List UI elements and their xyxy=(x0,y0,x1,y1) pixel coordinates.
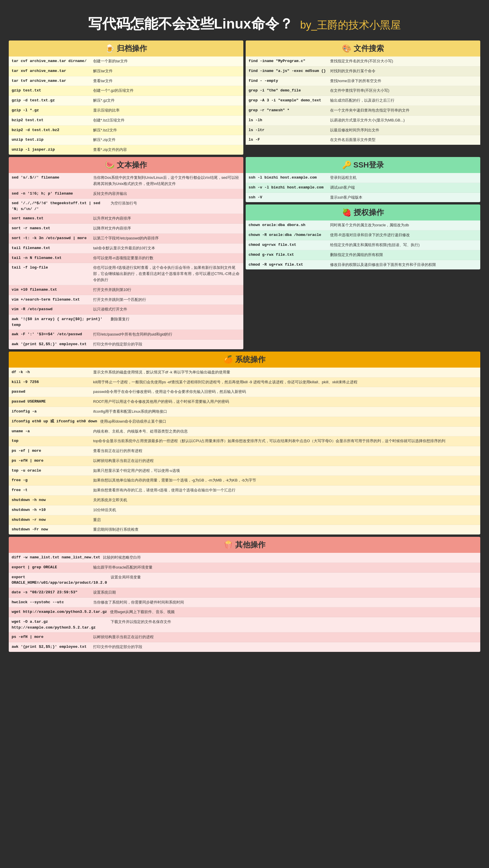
description-cell: 设置系统日期 xyxy=(93,590,477,596)
command-cell: vim -R /etc/passwd xyxy=(12,306,93,312)
description-cell: 以树状结构显示当前正在运行的进程 xyxy=(93,458,477,464)
table-row: find - -empty查找home目录下的所有空文件 xyxy=(246,76,480,86)
command-cell: find - -empty xyxy=(249,78,330,84)
command-cell: sed '/./,/^$/!d' thegeekstuff.txt | sed … xyxy=(12,200,110,212)
command-cell: df -k -h xyxy=(12,369,93,375)
table-row: ifconfig -aifconfig用于查看和配置Linux系统的网络接口 xyxy=(9,407,480,417)
table-row: vim +10 filename.txt打开文件并跳到第10行 xyxy=(9,285,243,295)
description-cell: kill用于终止一个进程，一般我们会先使用ps -ef查找某个进程得到它的进程号… xyxy=(93,379,477,385)
table-row: diff -w name_list.txt name_list_new.txt比… xyxy=(9,553,480,563)
table-row: grep -i "the" demo_file在文件中查找字符串(不区分大小写) xyxy=(246,86,480,96)
command-cell: ssh -l biezhi host.example.com xyxy=(249,175,330,181)
description-cell: 打开文件并跳到第一个匹配的行 xyxy=(93,297,240,303)
table-row: ps -efH | more以树状结构显示当前正在运行的进程 xyxy=(9,632,480,642)
command-cell: free -t xyxy=(12,487,93,493)
system-section: 🍊 系统操作 df -k -h显示文件系统的磁盘使用情况，默认情况下df -k … xyxy=(9,351,480,535)
description-cell: 查找home目录下的所有空文件 xyxy=(330,78,477,84)
command-cell: tar xvf archive_name.tar xyxy=(12,68,93,74)
command-cell: chmod ug+rwx file.txt xyxy=(249,242,330,248)
description-cell: ROOT用户可以用这个命令修改其他用户的密码，这个时候不需要输入用户的密码 xyxy=(93,399,477,405)
table-row: chown oracle:dba dbora.sh同时将某个文件的属主改为ora… xyxy=(246,220,480,230)
table-row: awk '{print $2,$5;}' employee.txt打印文件中的指… xyxy=(9,642,480,652)
table-row: shutdown -r now重启 xyxy=(9,515,480,525)
command-cell: awk -F ':' '$3==$4' /etc/passwd xyxy=(12,332,93,337)
table-row: find -iname "MyProgram.c"查找指定文件名的文件(不区分大… xyxy=(246,57,480,66)
command-cell: tar tvf archive_name.tar xyxy=(12,78,93,84)
description-cell: top命令会显示当前系统中占用资源最多的一些进程（默认以CPU占用量来排序）如果… xyxy=(93,438,477,444)
command-cell: ls -ltr xyxy=(249,127,330,133)
filesearch-header: 🎨 文件搜索 xyxy=(246,40,480,57)
description-cell: 打印文件中的指定部分的字段 xyxy=(93,341,240,347)
command-cell: kill -9 7256 xyxy=(12,379,93,385)
command-cell: ifconfig eth0 up 或 ifconfig eth0 down xyxy=(12,418,100,424)
command-cell: diff -w name_list.txt name_list_new.txt xyxy=(12,555,103,560)
table-row: shutdown -h +1010分钟后关机 xyxy=(9,505,480,515)
description-cell: 调试ssh客户端 xyxy=(330,185,477,191)
table-row: hwclock --systohc --utc当你修改了系统时间，你需要同步硬件… xyxy=(9,598,480,608)
text-header: 🍉 文本操作 xyxy=(9,157,243,173)
description-cell: 当你修改了系统时间，你需要同步硬件时间和系统时间 xyxy=(93,599,477,606)
table-row: top -u oracle如果只想显示某个特定用户的进程，可以使用-u选项 xyxy=(9,466,480,476)
table-row: sort -t: -k 3n /etc/passwd | more以第三个字段对… xyxy=(9,234,243,244)
command-cell: find -iname "a.js" -exec md5sum {} xyxy=(249,68,330,74)
table-row: awk -F ':' '$3==$4' /etc/passwd打印/etc/pa… xyxy=(9,330,243,340)
command-cell: ssh -v -l biezhi host.example.com xyxy=(249,185,330,190)
system-rows: df -k -h显示文件系统的磁盘使用情况，默认情况下df -k 将以字节为单位… xyxy=(9,368,480,535)
table-row: chmod ug+rwx file.txt给指定文件的属主和属组所有权限(包括读… xyxy=(246,240,480,250)
command-cell: shutdown -r now xyxy=(12,517,93,523)
command-cell: ls -lh xyxy=(249,117,330,123)
command-cell: gzip test.txt xyxy=(12,88,93,93)
description-cell: 如果你想以其他单位输出内存的使用量，需要加一个选项，-g为GB，-m为MB，-k… xyxy=(93,477,477,484)
description-cell: 查找指定文件名的文件(不区分大小写) xyxy=(330,58,477,64)
top-grid: 🍺 归档操作 tar cvf archive_name.tar dirname/… xyxy=(6,40,483,652)
command-cell: sort names.txt xyxy=(12,216,93,221)
table-row: vim -R /etc/passwd以只读模式打开文件 xyxy=(9,305,243,315)
command-cell: unzip -l jasper.zip xyxy=(12,147,93,153)
auth-header: 🍓 授权操作 xyxy=(246,205,480,220)
table-row: ls -F在文件名后面显示文件类型 xyxy=(246,135,480,145)
command-cell: shutdown -Fr now xyxy=(12,527,93,532)
table-row: tar xvf archive_name.tar解压tar文件 xyxy=(9,66,243,76)
description-cell: 为空行添加行号 xyxy=(110,200,240,207)
archive-section: 🍺 归档操作 tar cvf archive_name.tar dirname/… xyxy=(9,40,243,155)
description-cell: 解压tar文件 xyxy=(93,68,240,74)
description-cell: 解压*.zip文件 xyxy=(93,137,240,143)
command-cell: find -iname "MyProgram.c" xyxy=(249,58,330,64)
auth-section: 🍓 授权操作 chown oracle:dba dbora.sh同时将某个文件的… xyxy=(246,205,480,270)
description-cell: 打开文件并跳到第10行 xyxy=(93,287,240,293)
description-cell: 查看*.zip文件的内容 xyxy=(93,147,240,153)
table-row: chmod -R ug+rwx file.txt修改目录的权限以及递归修改目录下… xyxy=(246,260,480,270)
command-cell: date -s "08/22/2017 23:59:53" xyxy=(12,590,93,595)
right-column: 🔑 SSH登录 ssh -l biezhi host.example.com登录… xyxy=(246,157,480,349)
command-cell: tail -f log-file xyxy=(12,265,93,271)
table-row: passwd USERNAMEROOT用户可以用这个命令修改其他用户的密码，这个… xyxy=(9,397,480,407)
table-row: wget http://example.com/python3.5.2.tar.… xyxy=(9,607,480,617)
command-cell: top xyxy=(12,438,93,444)
table-row: unzip test.zip解压*.zip文件 xyxy=(9,135,243,145)
table-row: ps -ef | more查看当前正在运行的所有进程 xyxy=(9,446,480,456)
description-cell: 使用-R选项对目录和目录下的文件进行递归修改 xyxy=(330,232,477,238)
table-row: toptop命令会显示当前系统中占用资源最多的一些进程（默认以CPU占用量来排序… xyxy=(9,436,480,446)
table-row: tail filename.txttail命令默认显示文件最后的10行文本 xyxy=(9,244,243,253)
text-rows: sed 's/.$//' filename当你将Dos系统中的文件复制到Unix… xyxy=(9,173,243,349)
description-cell: 如果你想查看所有内存的汇总，请使用-t选项，使用这个选项会在输出中加一个汇总行 xyxy=(93,487,477,493)
description-cell: 对找到的文件执行某个命令 xyxy=(330,68,477,74)
description-cell: 10分钟后关机 xyxy=(93,507,477,513)
table-row: tail -f log-file你也可以使用-f选项进行实时查看，这个命令执行后… xyxy=(9,263,243,285)
description-cell: 解压*.bz2文件 xyxy=(93,127,240,133)
description-cell: 打印文件中的指定部分的字段 xyxy=(93,644,477,650)
table-row: bzip2 test.txt创建*.bz2压缩文件 xyxy=(9,116,243,126)
command-cell: unzip test.zip xyxy=(12,137,93,143)
description-cell: 设置全局环境变量 xyxy=(110,575,477,581)
system-header: 🍊 系统操作 xyxy=(9,351,480,368)
command-cell: chmod g-rwx file.txt xyxy=(249,252,330,258)
command-cell: passwd xyxy=(12,389,93,395)
command-cell: wget http://example.com/python3.5.2.tar.… xyxy=(12,609,110,615)
description-cell: 修改目录的权限以及递归修改目录下面所有文件和子目录的权限 xyxy=(330,262,477,268)
page-wrapper: 写代码怎能不会这些Linux命令？ by_王爵的技术小黑屋 🍺 归档操作 tar… xyxy=(0,0,489,658)
description-cell: 在一个文件夹中递归查询包含指定字符串的文件 xyxy=(330,107,477,114)
description-cell: 创建一个*.gz的压缩文件 xyxy=(93,88,240,94)
description-cell: 你可以使用-n选项指定要显示的行数 xyxy=(93,255,240,261)
description-cell: 重启期间强制进行系统检查 xyxy=(93,527,477,533)
command-cell: ps -efH | more xyxy=(12,458,93,464)
